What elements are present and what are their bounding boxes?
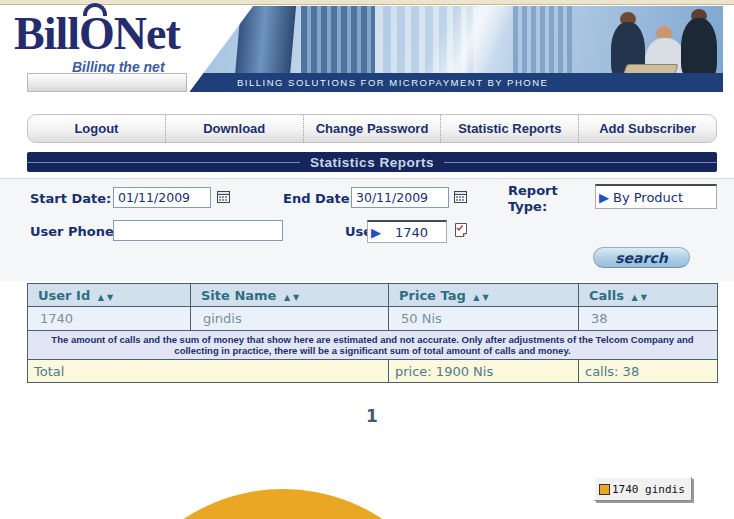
- calendar-icon[interactable]: [453, 189, 469, 205]
- report-type-value: By Product: [613, 190, 683, 205]
- user-phone-input[interactable]: [113, 220, 283, 241]
- search-button[interactable]: search: [593, 247, 690, 268]
- table-row: 1740 gindis 50 Nis 38: [28, 307, 718, 331]
- chart-legend: 1740 gindis: [594, 477, 692, 501]
- page-title: Statistics Reports: [300, 155, 444, 170]
- disclaimer-row: The amount of calls and the sum of money…: [28, 331, 718, 360]
- total-row: Total price: 1900 Nis calls: 38: [28, 360, 718, 383]
- total-label: Total: [28, 360, 389, 383]
- sort-asc-icon[interactable]: ▲: [98, 293, 104, 302]
- cell-user-id: 1740: [28, 307, 191, 331]
- logo-underbar: [27, 73, 187, 92]
- nav-item-add-subscriber[interactable]: Add Subscriber: [578, 115, 716, 142]
- total-calls: calls: 38: [579, 360, 718, 383]
- nav-item-change-password[interactable]: Change Password: [303, 115, 441, 142]
- banner-strip: BILLING SOLUTIONS FOR MICROPAYMENT BY PH…: [183, 73, 723, 92]
- arrow-icon: ▶: [371, 226, 381, 239]
- end-date-label: End Date:: [283, 191, 355, 206]
- sort-desc-icon[interactable]: ▼: [107, 293, 113, 302]
- user-phone-label: User Phone:: [30, 224, 119, 239]
- nav-item-logout[interactable]: Logout: [28, 115, 165, 142]
- arrow-icon: ▶: [599, 191, 609, 204]
- banner-photo: BILLING SOLUTIONS FOR MICROPAYMENT BY PH…: [183, 6, 723, 92]
- pie-slice: [103, 489, 463, 519]
- col-header-site-name[interactable]: Site Name ▲▼: [191, 284, 389, 307]
- col-header-calls[interactable]: Calls ▲▼: [579, 284, 718, 307]
- sort-desc-icon[interactable]: ▼: [641, 293, 647, 302]
- legend-swatch: [599, 484, 610, 495]
- legend-label: 1740 gindis: [612, 483, 685, 496]
- statistics-table: User Id ▲▼ Site Name ▲▼ Price Tag ▲▼ Cal…: [27, 283, 718, 383]
- total-price: price: 1900 Nis: [389, 360, 579, 383]
- building-shape: [235, 6, 296, 76]
- disclaimer-text: The amount of calls and the sum of money…: [28, 331, 718, 360]
- nav-item-statistic-reports[interactable]: Statistic Reports: [440, 115, 578, 142]
- logo: BillONet: [14, 8, 180, 60]
- calendar-icon[interactable]: [216, 189, 232, 205]
- top-strip: [0, 0, 734, 5]
- end-date-input[interactable]: [351, 187, 449, 208]
- sort-asc-icon[interactable]: ▲: [473, 293, 479, 302]
- billonet-page: BILLING SOLUTIONS FOR MICROPAYMENT BY PH…: [0, 0, 734, 519]
- logo-net: Net: [114, 8, 180, 59]
- main-nav: Logout Download Change Password Statisti…: [27, 114, 717, 143]
- col-header-user-id[interactable]: User Id ▲▼: [28, 284, 191, 307]
- start-date-label: Start Date:: [30, 191, 111, 206]
- report-type-label: Report Type:: [508, 183, 566, 215]
- section-title-bar: Statistics Reports: [27, 152, 717, 172]
- sort-asc-icon[interactable]: ▲: [632, 293, 638, 302]
- table-header-row: User Id ▲▼ Site Name ▲▼ Price Tag ▲▼ Cal…: [28, 284, 718, 307]
- cell-site-name: gindis: [191, 307, 389, 331]
- start-date-input[interactable]: [113, 187, 211, 208]
- report-type-select[interactable]: ▶ By Product: [595, 184, 717, 209]
- sort-desc-icon[interactable]: ▼: [482, 293, 488, 302]
- title-rule-right: [444, 162, 717, 163]
- pagination-page-1[interactable]: 1: [27, 406, 717, 426]
- title-rule-left: [27, 162, 300, 163]
- note-icon[interactable]: [453, 222, 469, 238]
- sort-desc-icon[interactable]: ▼: [293, 293, 299, 302]
- cell-calls: 38: [579, 307, 718, 331]
- cell-price-tag: 50 Nis: [389, 307, 579, 331]
- banner-slogan: BILLING SOLUTIONS FOR MICROPAYMENT BY PH…: [183, 73, 723, 92]
- logo-o-wrap: O: [79, 8, 114, 60]
- col-header-price-tag[interactable]: Price Tag ▲▼: [389, 284, 579, 307]
- user-id-select[interactable]: ▶ 1740: [367, 220, 447, 243]
- header: BILLING SOLUTIONS FOR MICROPAYMENT BY PH…: [0, 6, 734, 92]
- logo-bill: Bill: [14, 8, 79, 59]
- sort-asc-icon[interactable]: ▲: [284, 293, 290, 302]
- user-id-value: 1740: [385, 225, 446, 240]
- nav-item-download[interactable]: Download: [165, 115, 303, 142]
